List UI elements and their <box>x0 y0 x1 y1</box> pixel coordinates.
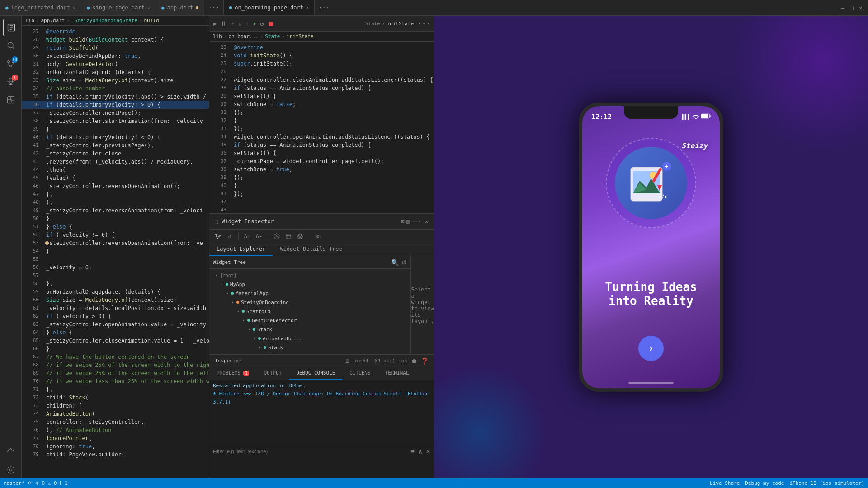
record-icon[interactable]: ⏺ <box>411 357 417 365</box>
tree-item-stack[interactable]: ▾ Stack <box>209 325 410 334</box>
bc-state-class: State <box>265 33 280 39</box>
tab-problems[interactable]: PROBLEMS 1 <box>209 367 256 380</box>
sidebar-icons: 10 1 <box>0 16 22 478</box>
top-bar: ● logo_animated.dart ✕ ● single.page.dar… <box>0 0 868 16</box>
git-branch-status[interactable]: master* <box>4 480 24 486</box>
code-line: 77 IgnorePointer( <box>22 434 209 442</box>
tab-output[interactable]: OUTPUT <box>256 367 289 380</box>
close-window-icon[interactable]: ✕ <box>859 5 863 11</box>
select-widget-btn[interactable] <box>213 231 223 241</box>
filter-input[interactable] <box>213 449 407 454</box>
debug-line-1: Restarted application in 384ms. <box>213 382 430 390</box>
code-line: 70 // if we swipe less than 25% of the s… <box>22 377 209 385</box>
code-line: 78 ignoring: true, <box>22 442 209 450</box>
tab-debug-console[interactable]: DEBUG CONSOLE <box>289 367 342 380</box>
tab-terminal[interactable]: TERMINAL <box>378 367 416 380</box>
code-line: 46 _steizyController.reverseOpenAnimatio… <box>22 182 209 190</box>
code-line: 31 }); <box>209 108 434 117</box>
tree-item-animatedbu[interactable]: ▾ AnimatedBu... <box>209 334 410 343</box>
debug-status[interactable]: Debug my code <box>745 480 784 486</box>
tab-logo-animated[interactable]: ● logo_animated.dart ✕ <box>0 0 81 15</box>
help-icon[interactable]: ❓ <box>421 357 429 365</box>
step-over-icon[interactable]: ↷ <box>230 20 234 27</box>
tree-item-scaffold[interactable]: ▾ Scaffold <box>209 307 410 316</box>
step-out-icon[interactable]: ↑ <box>245 20 249 27</box>
filter-up-icon[interactable]: ∧ <box>418 447 423 455</box>
hot-restart-icon[interactable]: ↺ <box>260 20 264 27</box>
tab-widget-details[interactable]: Widget Details Tree <box>273 243 349 256</box>
sidebar-git[interactable]: 10 <box>3 56 19 72</box>
tab-app[interactable]: ● app.dart <box>156 0 204 15</box>
code-lines-right: 23 @override 24 void initState() { 25 su… <box>209 42 434 213</box>
tab-layout-explorer[interactable]: Layout Explorer <box>209 243 273 256</box>
zoom-in-btn[interactable]: A+ <box>242 231 252 241</box>
zoom-out-btn[interactable]: A- <box>254 231 264 241</box>
tree-refresh-btn[interactable]: ↺ <box>401 259 407 266</box>
restart-icon[interactable]: ⚡ <box>253 20 256 27</box>
breadcrumb-class: _SteizyOnBoardingState <box>71 18 137 23</box>
close-icon[interactable]: ✕ <box>73 5 75 10</box>
close-icon[interactable]: ✕ <box>147 5 150 10</box>
live-share-status[interactable]: Live Share <box>710 480 740 486</box>
pause-icon[interactable]: ⏸ <box>220 20 226 27</box>
close-panel-icon[interactable]: ✕ <box>425 218 429 225</box>
bottom-tabs: PROBLEMS 1 OUTPUT DEBUG CONSOLE GITLENS <box>209 367 434 380</box>
code-line: 69 // if we swipe 25% of the screen widt… <box>22 369 209 377</box>
right-editor-controls: ▶ ⏸ ↷ ↓ ↑ ⚡ ↺ ⏹ <box>213 20 362 27</box>
step-into-icon[interactable]: ↓ <box>238 20 241 27</box>
tree-item-stack2[interactable]: ▸ Stack <box>209 343 410 352</box>
tree-item-myapp[interactable]: ▾ MyApp <box>209 280 410 289</box>
sidebar-explorer[interactable] <box>3 19 19 36</box>
continue-icon[interactable]: ▶ <box>213 20 217 27</box>
tree-content[interactable]: ▾ [root] ▾ MyApp ▾ <box>209 269 410 354</box>
filter-options-icon[interactable]: ≡ <box>410 448 414 455</box>
platform-status[interactable]: iPhone 12 (ios simulator) <box>789 480 864 486</box>
close-icon[interactable]: ✕ <box>306 5 309 10</box>
sidebar-settings[interactable] <box>3 462 19 478</box>
panel-more-icon[interactable]: ··· <box>411 218 421 225</box>
tab-single-page[interactable]: ● single.page.dart ✕ <box>81 0 156 15</box>
error-warning-status[interactable]: ⊗ 0 ⚠ 0 ℹ 1 <box>36 480 67 486</box>
sep <box>238 232 239 240</box>
sidebar-search[interactable] <box>3 38 19 54</box>
code-line: 35 if (details.primaryVelocity!.abs() > … <box>22 93 209 101</box>
code-line: 33 }); <box>209 125 434 133</box>
settings-btn[interactable]: ⚙ <box>313 231 323 241</box>
stop-icon[interactable]: ⏹ <box>268 20 274 27</box>
modified-indicator <box>196 6 198 9</box>
phone-screen: 12:12 ▌▌▌ <box>582 106 720 388</box>
inspector-label[interactable]: Inspector <box>215 358 242 364</box>
layout-icon[interactable]: ▤ <box>406 218 410 225</box>
repaint-btn[interactable] <box>295 231 305 241</box>
sidebar-debug[interactable]: 1 <box>3 74 19 90</box>
sidebar-flutter[interactable] <box>3 444 19 460</box>
minimize-icon[interactable]: — <box>841 5 845 11</box>
left-editor-content[interactable]: 27 @override 28 Widget build(BuildContex… <box>22 26 209 478</box>
steizy-label: Steizy <box>681 141 708 150</box>
expand-icon[interactable]: ⊡ <box>401 218 404 225</box>
code-line: 34 // absolute number <box>22 84 209 93</box>
tab-gitlens[interactable]: GITLENS <box>342 367 377 380</box>
tab-on-boarding[interactable]: ● on_boarding.page.dart ✕ <box>224 0 315 15</box>
svg-rect-11 <box>701 114 708 118</box>
more-tabs-button[interactable]: ··· <box>204 4 223 11</box>
tree-item-materialapp[interactable]: ▾ MaterialApp <box>209 289 410 298</box>
maximize-icon[interactable]: □ <box>850 5 854 11</box>
tree-item-root[interactable]: ▾ [root] <box>209 271 410 280</box>
more-options-icon[interactable]: ··· <box>417 19 430 28</box>
code-line: 43 <box>209 206 434 213</box>
tree-search-btn[interactable]: 🔍 <box>391 259 399 266</box>
filter-close-icon[interactable]: ✕ <box>426 447 430 455</box>
tree-item-steizyonboarding[interactable]: ▾ SteizyOnBoarding <box>209 298 410 307</box>
tree-item-gesturedetector[interactable]: ▾ GestureDetector <box>209 316 410 325</box>
debug-console-content: Restarted application in 384ms. ♣ Flutte… <box>209 380 434 445</box>
sync-status[interactable]: ⟳ <box>28 480 32 486</box>
more-tabs-button-right[interactable]: ··· <box>315 4 333 11</box>
refresh-btn[interactable]: ↺ <box>225 231 235 241</box>
sidebar-extensions[interactable] <box>3 92 19 108</box>
right-editor-content[interactable]: 23 @override 24 void initState() { 25 su… <box>209 42 434 213</box>
breadcrumb-lib: lib <box>25 18 34 23</box>
phone-next-button[interactable]: › <box>638 336 664 361</box>
debug-paint-btn[interactable] <box>283 231 293 241</box>
slow-anims-btn[interactable] <box>272 231 282 241</box>
